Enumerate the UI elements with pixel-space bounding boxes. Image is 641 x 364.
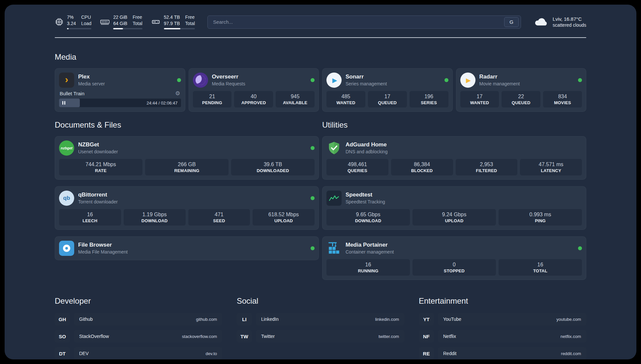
twitter-abbr-icon: TW	[237, 330, 252, 343]
bookmark-strip: Netflix netflix.com	[438, 330, 586, 343]
search-bar[interactable]: G	[207, 15, 521, 29]
stat-label: AVAILABLE	[277, 100, 313, 105]
bookmark-dev[interactable]: DT DEV dev.to	[55, 347, 222, 359]
stat-tile: 17 WANTED	[460, 91, 499, 107]
disk-icon	[151, 17, 161, 26]
status-dot	[311, 196, 315, 200]
app-name: AdGuard Home	[346, 141, 388, 148]
app-subtitle: Media Requests	[212, 81, 245, 87]
plex-titles: Plex Media server	[78, 74, 105, 86]
bookmark-netflix[interactable]: NF Netflix netflix.com	[419, 330, 586, 343]
app-name: Overseerr	[212, 74, 245, 80]
utilities-section: Utilities AdGuard Home DNS and adblockin…	[322, 120, 586, 280]
stat-label: LEECH	[60, 218, 120, 223]
filebrowser-header: File Browser Media File Management	[59, 241, 315, 256]
status-dot	[578, 246, 582, 250]
speedtest-card[interactable]: Speedtest Speedtest Tracking 9.65 Gbps D…	[322, 186, 586, 230]
plex-card[interactable]: › Plex Media server Bullet Train ⚙	[55, 68, 185, 112]
playback-progress-bar[interactable]: 24:44 / 02:06:47	[59, 99, 181, 107]
portainer-header: Media Portainer Container management	[326, 241, 582, 256]
bookmark-name: StackOverflow	[79, 334, 109, 339]
stat-label: LATENCY	[521, 168, 581, 173]
weather-location: Lviv, 16.87°C	[553, 16, 586, 22]
nzbget-icon-text: nzbget	[61, 146, 72, 150]
stat-label: QUEUED	[369, 100, 406, 105]
disk-free-value: 52.4 TB	[164, 15, 180, 20]
stat-label: DOWNLOADED	[232, 168, 313, 173]
bookmark-linkedin[interactable]: LI LinkedIn linkedin.com	[237, 313, 404, 325]
speedtest-graph-icon	[326, 191, 342, 206]
bookmark-github[interactable]: GH Github github.com	[55, 313, 222, 325]
disk-total-value: 97.9 TB	[164, 21, 180, 26]
adguard-header: AdGuard Home DNS and adblocking	[326, 140, 582, 156]
nzbget-icon: nzbget	[59, 140, 74, 156]
portainer-card[interactable]: Media Portainer Container management 16 …	[322, 236, 586, 280]
stat-tile: 9.24 Gbps UPLOAD	[412, 209, 496, 226]
documents-stack: nzbget NZBGet Usenet downloader 744.21 M…	[55, 136, 319, 260]
adguard-card[interactable]: AdGuard Home DNS and adblocking 498,461 …	[322, 136, 586, 180]
overseerr-card[interactable]: Overseerr Media Requests 21 PENDING 40 A…	[189, 68, 319, 112]
bookmark-reddit[interactable]: RE Reddit reddit.com	[419, 347, 586, 359]
bookmark-name: Reddit	[443, 351, 456, 356]
sonarr-card[interactable]: ▶ Sonarr Series management 485 WANTED 17…	[322, 68, 453, 112]
qbittorrent-stats: 16 LEECH 1.19 Gbps DOWNLOAD 471 SEED 6	[59, 209, 315, 226]
radarr-icon: ▶	[460, 73, 475, 88]
gear-icon[interactable]: ⚙	[175, 91, 180, 96]
netflix-abbr-icon: NF	[419, 330, 434, 343]
stat-value: 39.6 TB	[232, 162, 313, 167]
stat-tile: 196 SERIES	[410, 91, 448, 107]
adguard-titles: AdGuard Home DNS and adblocking	[346, 141, 388, 154]
stat-tile: 471 SEED	[188, 209, 250, 226]
bookmark-url: github.com	[196, 317, 217, 322]
cloud-icon	[534, 16, 549, 28]
nzbget-card[interactable]: nzbget NZBGet Usenet downloader 744.21 M…	[55, 136, 319, 180]
stat-value: 9.65 Gbps	[328, 212, 409, 218]
search-input[interactable]	[213, 19, 504, 25]
bookmark-name: DEV	[79, 351, 89, 356]
status-dot	[444, 78, 448, 82]
qbittorrent-titles: qBittorrent Torrent downloader	[78, 192, 118, 204]
stat-value: 17	[369, 94, 406, 100]
stat-value: 266 GB	[146, 162, 227, 167]
stat-label: TOTAL	[500, 268, 581, 273]
sonarr-header: ▶ Sonarr Series management	[326, 73, 448, 88]
speedtest-stats: 9.65 Gbps DOWNLOAD 9.24 Gbps UPLOAD 0.99…	[326, 209, 582, 226]
stat-value: 86,384	[392, 162, 452, 167]
pause-icon[interactable]	[62, 101, 65, 105]
stackoverflow-abbr-icon: SO	[55, 330, 70, 343]
portainer-stats: 16 RUNNING 0 STOPPED 16 TOTAL	[326, 259, 582, 276]
qbittorrent-icon: qb	[59, 191, 74, 206]
stat-value: 47.571 ms	[521, 162, 581, 167]
bookmark-strip: StackOverflow stackoverflow.com	[74, 330, 222, 343]
bookmark-url: dev.to	[206, 351, 217, 356]
app-subtitle: DNS and adblocking	[346, 149, 388, 155]
system-monitors: 7% 3.24 CPU Load	[55, 15, 195, 29]
bookmark-strip: DEV dev.to	[74, 347, 222, 359]
app-name: qBittorrent	[78, 192, 118, 198]
stat-value: 196	[411, 94, 447, 100]
qbittorrent-card[interactable]: qb qBittorrent Torrent downloader 16 LEE…	[55, 186, 319, 230]
stat-value: 945	[277, 94, 313, 100]
now-playing-title: Bullet Train	[60, 91, 84, 96]
stat-label: SEED	[190, 218, 249, 223]
bookmark-twitter[interactable]: TW Twitter twitter.com	[237, 330, 404, 343]
stat-value: 0.993 ms	[500, 212, 581, 218]
ram-monitor: 22 GiB 64 GiB Free Total	[100, 15, 142, 29]
search-engine-button[interactable]: G	[504, 17, 519, 27]
stat-tile: 618.52 Mbps UPLOAD	[253, 209, 315, 226]
bookmark-url: netflix.com	[561, 334, 581, 339]
disk-monitor: 52.4 TB 97.9 TB Free Total	[151, 15, 195, 29]
ram-readout: 22 GiB 64 GiB Free Total	[113, 15, 142, 29]
cpu-readout: 7% 3.24 CPU Load	[67, 15, 91, 29]
app-name: Media Portainer	[346, 242, 394, 248]
radarr-card[interactable]: ▶ Radarr Movie management 17 WANTED 22 Q…	[456, 68, 587, 112]
stat-value: 21	[194, 94, 230, 100]
stat-label: APPROVED	[235, 100, 272, 105]
bookmark-stackoverflow[interactable]: SO StackOverflow stackoverflow.com	[55, 330, 222, 343]
weather-condition: scattered clouds	[553, 22, 586, 28]
utilities-stack: AdGuard Home DNS and adblocking 498,461 …	[322, 136, 586, 280]
speedtest-titles: Speedtest Speedtest Tracking	[346, 192, 385, 204]
filebrowser-card[interactable]: File Browser Media File Management	[55, 236, 319, 260]
stat-label: RATE	[60, 168, 141, 173]
bookmark-youtube[interactable]: YT YouTube youtube.com	[419, 313, 586, 325]
